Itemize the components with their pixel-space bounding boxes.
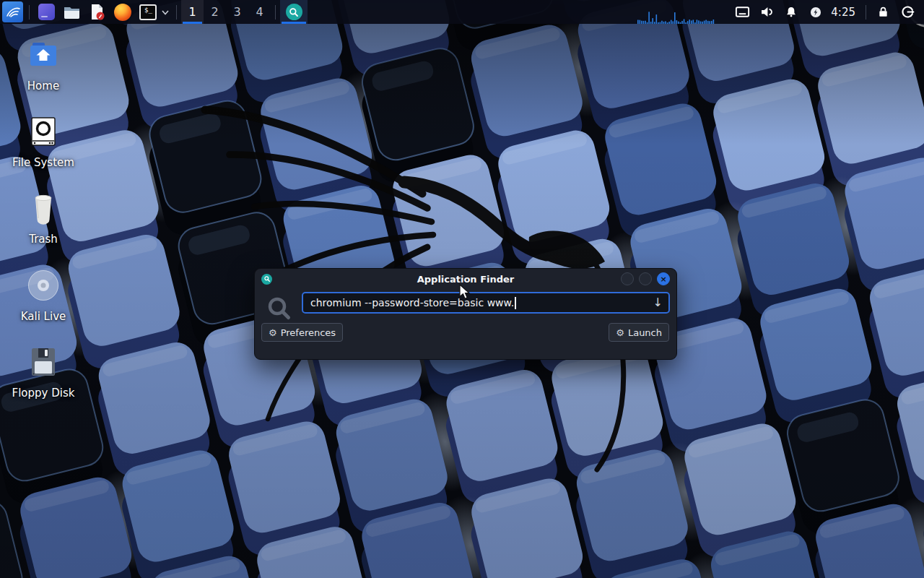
- launch-gear-icon: ⚙: [616, 328, 624, 337]
- launcher-file-manager[interactable]: [63, 3, 81, 21]
- launch-label: Launch: [628, 327, 662, 338]
- desktop-icon-file-system[interactable]: File System: [9, 114, 78, 169]
- desktop-icon-label: Trash: [9, 233, 78, 246]
- launcher-dropdown-chevron[interactable]: [160, 8, 170, 17]
- preferences-label: Preferences: [281, 327, 336, 338]
- logout-icon[interactable]: [895, 0, 920, 24]
- power-manager-icon[interactable]: [803, 0, 828, 24]
- floppy-disk-icon: [26, 345, 61, 379]
- taskbar-item-application-finder[interactable]: [280, 0, 308, 24]
- input-dropdown-arrow[interactable]: ↓: [653, 296, 663, 309]
- search-icon: [263, 275, 271, 282]
- launch-button[interactable]: ⚙ Launch: [609, 323, 669, 342]
- panel-separator: [866, 5, 866, 20]
- cpu-graph[interactable]: [637, 0, 715, 24]
- workspace-4[interactable]: 4: [248, 0, 271, 24]
- desktop-icon-label: Kali Live: [9, 310, 78, 323]
- workspace-label: 1: [188, 5, 196, 19]
- cd-disc-icon: [26, 268, 61, 303]
- notifications-bell-icon[interactable]: [779, 0, 803, 24]
- search-icon-large: [267, 296, 292, 321]
- launcher-text-editor[interactable]: [88, 3, 106, 21]
- window-icon-application-finder: [261, 274, 272, 285]
- folder-icon: [63, 3, 81, 21]
- workspace-label: 3: [233, 5, 240, 19]
- workspace-1[interactable]: 1: [181, 0, 204, 24]
- volume-icon[interactable]: [754, 0, 779, 24]
- application-finder-icon: [286, 4, 302, 20]
- chevron-down-icon: [161, 8, 170, 17]
- desktop-icon-label: Floppy Disk: [9, 387, 78, 400]
- top-panel: $_ 1 2 3 4: [0, 0, 924, 24]
- desktop-icon-label: Home: [9, 79, 78, 92]
- trash-icon: [26, 191, 61, 225]
- panel-separator: [176, 5, 177, 20]
- keyboard-indicator-icon[interactable]: [730, 0, 754, 24]
- hard-drive-icon: [26, 114, 61, 149]
- gear-icon: ⚙: [269, 328, 277, 337]
- applications-menu-button[interactable]: [2, 1, 23, 22]
- workspace-label: 2: [211, 5, 218, 19]
- document-icon: [88, 3, 106, 21]
- search-input[interactable]: chromium --password-store=basic www. ↓: [302, 292, 670, 314]
- launcher-window-manager[interactable]: [38, 3, 56, 21]
- panel-separator: [275, 5, 276, 20]
- lock-screen-icon[interactable]: [871, 0, 895, 24]
- kali-logo-icon: [5, 4, 21, 20]
- desktop-icon-floppy-disk[interactable]: Floppy Disk: [9, 345, 78, 400]
- maximize-button[interactable]: [639, 272, 652, 285]
- terminal-icon: $_: [139, 4, 157, 20]
- text-caret: [515, 297, 516, 309]
- close-button[interactable]: ×: [657, 272, 670, 285]
- minimize-button[interactable]: [621, 272, 634, 285]
- preferences-button[interactable]: ⚙ Preferences: [261, 323, 343, 342]
- desktop-icon-trash[interactable]: Trash: [9, 191, 78, 246]
- workspace-3[interactable]: 3: [226, 0, 248, 24]
- desktop: $_ 1 2 3 4: [0, 0, 924, 578]
- application-finder-window: Application Finder × chromium --password…: [254, 268, 677, 360]
- desktop-icon-home[interactable]: Home: [9, 38, 78, 92]
- panel-separator: [29, 5, 30, 20]
- clock[interactable]: 4:25: [831, 6, 855, 19]
- close-icon: ×: [660, 275, 666, 283]
- home-folder-icon: [26, 38, 61, 72]
- search-input-value: chromium --password-store=basic www.: [310, 297, 514, 309]
- firefox-icon: [114, 4, 131, 21]
- search-icon: [288, 7, 300, 18]
- desktop-icon-label: File System: [9, 156, 78, 169]
- window-icon: [38, 4, 55, 20]
- desktop-icon-kali-live[interactable]: Kali Live: [9, 268, 78, 323]
- launcher-terminal[interactable]: $_: [139, 3, 157, 21]
- window-title: Application Finder: [255, 274, 676, 285]
- workspace-2[interactable]: 2: [204, 0, 226, 24]
- launcher-firefox[interactable]: [113, 3, 131, 21]
- mouse-cursor: [459, 284, 474, 300]
- workspace-label: 4: [256, 5, 263, 19]
